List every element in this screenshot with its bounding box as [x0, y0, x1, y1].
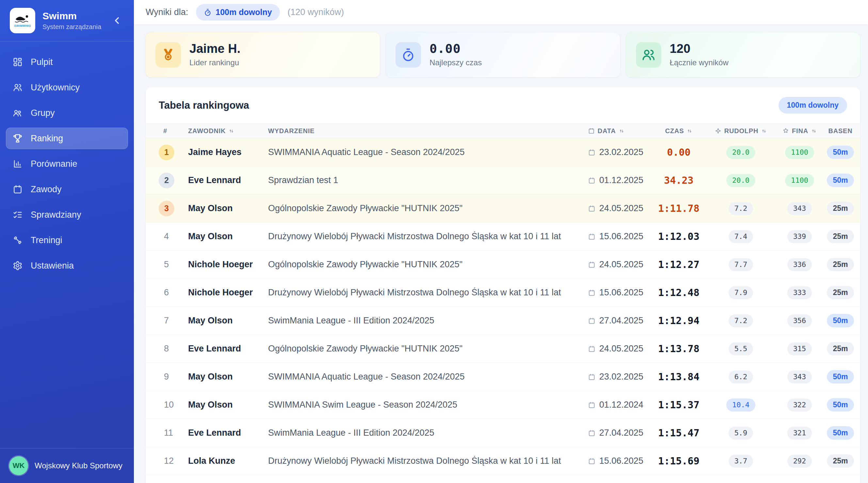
sidebar: SWIMMING Swimm System zarządzania Pulpit… — [0, 0, 134, 483]
rank-cell: 8 — [159, 344, 188, 354]
pool-cell: 25m — [820, 258, 860, 271]
fina-points: 292 — [787, 455, 812, 468]
fina-points: 343 — [787, 202, 812, 215]
fina-points: 343 — [787, 371, 812, 383]
rank-number: 12 — [159, 456, 174, 466]
pool-cell: 25m — [820, 454, 860, 468]
rudolph-cell: 5.5 — [703, 342, 779, 355]
sidebar-item-pulpit[interactable]: Pulpit — [6, 51, 128, 73]
sidebar-item-ranking[interactable]: Ranking — [6, 128, 128, 149]
sidebar-item-label: Pulpit — [31, 57, 53, 67]
sidebar-nav: PulpitUżytkownicyGrupyRankingPorównanieZ… — [0, 41, 134, 448]
event-filter-chip[interactable]: 100m dowolny — [196, 4, 280, 21]
sidebar-item-uzytkownicy[interactable]: Użytkownicy — [6, 77, 128, 98]
rank-cell: 10 — [159, 400, 188, 410]
table-row-10: 10May OlsonSWIMMANIA Swim League - Seaso… — [146, 391, 860, 419]
sidebar-item-zawody[interactable]: Zawody — [6, 179, 128, 200]
app-title: Swimm — [42, 10, 101, 22]
sidebar-item-sprawdziany[interactable]: Sprawdziany — [6, 204, 128, 226]
table-row-4: 4May OlsonDrużynowy Wielobój Pływacki Mi… — [146, 223, 860, 251]
date-text: 24.05.2025 — [599, 344, 643, 354]
date-text: 24.05.2025 — [599, 203, 643, 214]
rank-number: 4 — [159, 231, 169, 241]
club-switcher[interactable]: WK Wojskowy Klub Sportowy ... — [0, 448, 134, 483]
sort-icon — [228, 128, 234, 134]
athlete-name: May Olson — [188, 372, 268, 382]
event-name: Drużynowy Wielobój Pływacki Mistrzostwa … — [268, 456, 588, 466]
sidebar-item-porownanie[interactable]: Porównanie — [6, 153, 128, 174]
result-time: 34.23 — [655, 174, 703, 186]
fina-cell: 343 — [779, 202, 820, 215]
result-time: 1:12.94 — [655, 315, 703, 326]
result-date: 01.12.2025 — [588, 175, 655, 185]
table-row-3: 3May OlsonOgólnopolskie Zawody Pływackie… — [146, 194, 860, 223]
table-row-5: 5Nichole HoegerOgólnopolskie Zawody Pływ… — [146, 251, 860, 279]
athlete-name: Eve Lennard — [188, 175, 268, 185]
column-header-name[interactable]: Zawodnik — [188, 127, 268, 135]
column-label: Data — [598, 127, 616, 135]
rank-cell: 12 — [159, 456, 188, 466]
main-area: Wyniki dla: 100m dowolny (120 wyników) J… — [134, 0, 868, 483]
sparkles-icon — [715, 128, 721, 134]
fina-points: 1100 — [785, 146, 814, 159]
rudolph-cell: 7.7 — [703, 258, 779, 271]
result-time: 1:11.78 — [655, 203, 703, 214]
calendar-icon — [588, 401, 595, 409]
chart-icon — [12, 159, 23, 169]
rudolph-cell: 3.7 — [703, 455, 779, 468]
rudolph-score: 6.2 — [728, 371, 753, 383]
column-header-rudolph[interactable]: Rudolph — [703, 127, 779, 135]
rudolph-cell: 20.0 — [703, 146, 779, 159]
athlete-name: Lola Kunze — [188, 456, 268, 466]
sidebar-item-treningi[interactable]: Treningi — [6, 229, 128, 251]
column-header-rank: # — [159, 127, 188, 135]
sidebar-item-label: Zawody — [31, 184, 62, 194]
calendar-icon — [588, 261, 595, 268]
stat-body: 120Łącznie wyników — [670, 42, 728, 67]
rank-badge: 1 — [159, 144, 175, 160]
sidebar-item-label: Porównanie — [31, 159, 78, 169]
ranking-table-card: Tabela rankingowa 100m dowolny #Zawodnik… — [145, 87, 861, 483]
sidebar-item-grupy[interactable]: Grupy — [6, 102, 128, 124]
column-header-fina[interactable]: FINA — [779, 127, 820, 135]
list-checks-icon — [12, 210, 23, 220]
calendar-icon — [588, 373, 595, 381]
fina-cell: 343 — [779, 371, 820, 383]
result-time: 1:15.47 — [655, 427, 703, 439]
brand-text: Swimm System zarządzania — [42, 10, 101, 31]
rank-cell: 11 — [159, 428, 188, 438]
pool-cell: 25m — [820, 230, 860, 243]
rudolph-cell: 7.2 — [703, 202, 779, 215]
sidebar-item-ustawienia[interactable]: Ustawienia — [6, 255, 128, 277]
brand-header: SWIMMING Swimm System zarządzania — [0, 0, 134, 41]
calendar-icon — [588, 149, 595, 156]
column-header-time[interactable]: Czas — [655, 127, 703, 135]
pool-length: 50m — [827, 426, 854, 440]
athlete-name: Nichole Hoeger — [188, 259, 268, 269]
column-header-date[interactable]: Data — [588, 127, 655, 135]
pool-cell: 25m — [820, 342, 860, 355]
fina-cell: 1100 — [779, 146, 820, 159]
club-name: Wojskowy Klub Sportowy ... — [35, 461, 125, 470]
athlete-name: Jaime Hayes — [188, 147, 268, 157]
result-time: 1:12.27 — [655, 259, 703, 270]
stat-body: 0.00Najlepszy czas — [429, 42, 482, 67]
stat-body: Jaime H.Lider rankingu — [189, 42, 240, 67]
sidebar-collapse-button[interactable] — [110, 13, 124, 28]
rudolph-score: 7.2 — [728, 314, 753, 327]
rudolph-score: 20.0 — [726, 146, 755, 159]
rudolph-score: 3.7 — [728, 455, 753, 468]
column-label: Czas — [665, 127, 684, 135]
calendar-icon — [588, 205, 595, 212]
table-body: 1Jaime HayesSWIMMANIA Aquatic League - S… — [146, 138, 860, 483]
rudolph-cell: 7.4 — [703, 230, 779, 243]
fina-points: 1100 — [785, 174, 814, 187]
stat-value: Jaime H. — [189, 42, 240, 56]
athlete-name: May Olson — [188, 400, 268, 410]
result-date: 23.02.2025 — [588, 147, 655, 157]
rudolph-score: 5.5 — [728, 342, 753, 355]
rank-number: 10 — [159, 400, 174, 410]
result-count: (120 wyników) — [288, 7, 344, 17]
date-text: 01.12.2024 — [599, 400, 643, 410]
stat-label: Łącznie wyników — [670, 58, 728, 67]
